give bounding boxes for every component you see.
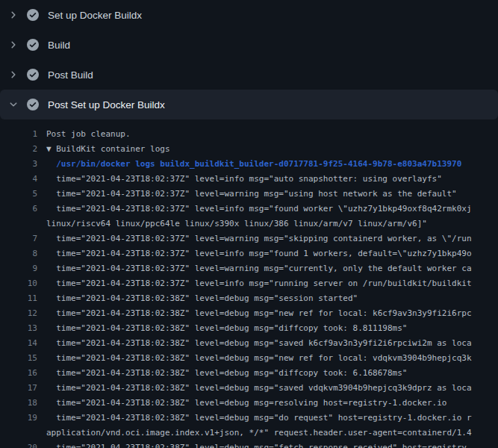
log-line: 9 time="2021-04-23T18:02:37Z" level=warn… — [0, 261, 498, 276]
log-group-toggle[interactable]: ▼ BuildKit container logs — [37, 142, 170, 157]
line-number[interactable]: 14 — [0, 336, 37, 351]
line-number[interactable]: 17 — [0, 381, 37, 396]
line-number[interactable]: 16 — [0, 366, 37, 381]
log-line: 20 time="2021-04-23T18:02:38Z" level=deb… — [0, 441, 498, 448]
log-line: 14 time="2021-04-23T18:02:38Z" level=deb… — [0, 336, 498, 351]
log-text: time="2021-04-23T18:02:37Z" level=warnin… — [37, 261, 472, 276]
step-row-post-set-up-docker-buildx[interactable]: Post Set up Docker Buildx — [0, 90, 498, 119]
log-line: 19 time="2021-04-23T18:02:38Z" level=deb… — [0, 411, 498, 426]
line-number[interactable]: 18 — [0, 396, 37, 411]
log-text: time="2021-04-23T18:02:38Z" level=debug … — [37, 306, 472, 321]
line-number[interactable]: 19 — [0, 411, 37, 426]
log-text: application/vnd.oci.image.index.v1+json,… — [37, 426, 472, 441]
line-number[interactable]: 15 — [0, 351, 37, 366]
log-text: time="2021-04-23T18:02:37Z" level=warnin… — [37, 187, 457, 202]
log-text: Post job cleanup. — [37, 127, 131, 142]
step-label: Set up Docker Buildx — [48, 10, 142, 21]
log-line: 4 time="2021-04-23T18:02:37Z" level=info… — [0, 172, 498, 187]
log-line: 3 /usr/bin/docker logs buildx_buildkit_b… — [0, 157, 498, 172]
log-text: time="2021-04-23T18:02:37Z" level=info m… — [37, 202, 472, 217]
log-command-text: /usr/bin/docker logs buildx_buildkit_bui… — [37, 157, 461, 172]
line-number — [0, 217, 37, 231]
log-line: 11 time="2021-04-23T18:02:38Z" level=deb… — [0, 291, 498, 306]
chevron-right-icon — [7, 69, 19, 81]
log-text: time="2021-04-23T18:02:38Z" level=debug … — [37, 351, 472, 366]
log-text: time="2021-04-23T18:02:38Z" level=debug … — [37, 366, 407, 381]
chevron-right-icon — [7, 9, 19, 21]
log-lines: 1Post job cleanup.2▼ BuildKit container … — [0, 119, 498, 448]
line-number[interactable]: 20 — [0, 441, 37, 448]
line-number[interactable]: 8 — [0, 246, 37, 261]
log-line: 16 time="2021-04-23T18:02:38Z" level=deb… — [0, 366, 498, 381]
github-actions-log-viewer: Set up Docker BuildxBuildPost BuildPost … — [0, 0, 498, 448]
step-row-build[interactable]: Build — [0, 30, 498, 60]
log-text: linux/riscv64 linux/ppc64le linux/s390x … — [37, 217, 427, 231]
check-circle-icon — [27, 69, 39, 81]
chevron-down-icon — [7, 99, 19, 111]
line-number[interactable]: 9 — [0, 261, 37, 276]
log-line: 17 time="2021-04-23T18:02:38Z" level=deb… — [0, 381, 498, 396]
log-line: 8 time="2021-04-23T18:02:37Z" level=info… — [0, 246, 498, 261]
log-text: time="2021-04-23T18:02:38Z" level=debug … — [37, 291, 358, 306]
log-line: 2▼ BuildKit container logs — [0, 142, 498, 157]
line-number[interactable]: 2 — [0, 142, 37, 157]
log-text: time="2021-04-23T18:02:38Z" level=debug … — [37, 381, 472, 396]
log-line: 1Post job cleanup. — [0, 127, 498, 142]
log-text: time="2021-04-23T18:02:37Z" level=info m… — [37, 172, 442, 187]
line-number[interactable]: 6 — [0, 202, 37, 217]
log-text: time="2021-04-23T18:02:37Z" level=info m… — [37, 276, 472, 291]
line-number[interactable]: 5 — [0, 187, 37, 202]
step-label: Post Build — [48, 69, 93, 81]
log-text: time="2021-04-23T18:02:38Z" level=debug … — [37, 441, 472, 448]
log-line: 18 time="2021-04-23T18:02:38Z" level=deb… — [0, 396, 498, 411]
line-number[interactable]: 13 — [0, 321, 37, 336]
line-number[interactable]: 11 — [0, 291, 37, 306]
line-number — [0, 426, 37, 441]
log-line-continuation: linux/riscv64 linux/ppc64le linux/s390x … — [0, 217, 498, 231]
step-row-set-up-docker-buildx[interactable]: Set up Docker Buildx — [0, 0, 498, 30]
log-text: time="2021-04-23T18:02:37Z" level=warnin… — [37, 231, 472, 246]
log-line: 12 time="2021-04-23T18:02:38Z" level=deb… — [0, 306, 498, 321]
check-circle-icon — [27, 39, 39, 51]
line-number[interactable]: 7 — [0, 231, 37, 246]
log-text: time="2021-04-23T18:02:38Z" level=debug … — [37, 336, 472, 351]
chevron-right-icon — [7, 39, 19, 51]
line-number[interactable]: 12 — [0, 306, 37, 321]
log-text: time="2021-04-23T18:02:38Z" level=debug … — [37, 321, 407, 336]
step-label: Post Set up Docker Buildx — [48, 99, 165, 111]
line-number[interactable]: 4 — [0, 172, 37, 187]
step-row-post-build[interactable]: Post Build — [0, 60, 498, 90]
check-circle-icon — [27, 99, 39, 111]
check-circle-icon — [27, 9, 39, 21]
log-line: 6 time="2021-04-23T18:02:37Z" level=info… — [0, 202, 498, 217]
log-text: time="2021-04-23T18:02:38Z" level=debug … — [37, 396, 446, 411]
step-label: Build — [48, 40, 70, 51]
log-line: 5 time="2021-04-23T18:02:37Z" level=warn… — [0, 187, 498, 202]
log-text: time="2021-04-23T18:02:37Z" level=info m… — [37, 246, 472, 261]
log-line: 13 time="2021-04-23T18:02:38Z" level=deb… — [0, 321, 498, 336]
line-number[interactable]: 3 — [0, 157, 37, 172]
log-line: 15 time="2021-04-23T18:02:38Z" level=deb… — [0, 351, 498, 366]
log-line: 10 time="2021-04-23T18:02:37Z" level=inf… — [0, 276, 498, 291]
log-line: 7 time="2021-04-23T18:02:37Z" level=warn… — [0, 231, 498, 246]
log-text: time="2021-04-23T18:02:38Z" level=debug … — [37, 411, 472, 426]
log-line-continuation: application/vnd.oci.image.index.v1+json,… — [0, 426, 498, 441]
line-number[interactable]: 10 — [0, 276, 37, 291]
step-list: Set up Docker BuildxBuildPost BuildPost … — [0, 0, 498, 119]
line-number[interactable]: 1 — [0, 127, 37, 142]
